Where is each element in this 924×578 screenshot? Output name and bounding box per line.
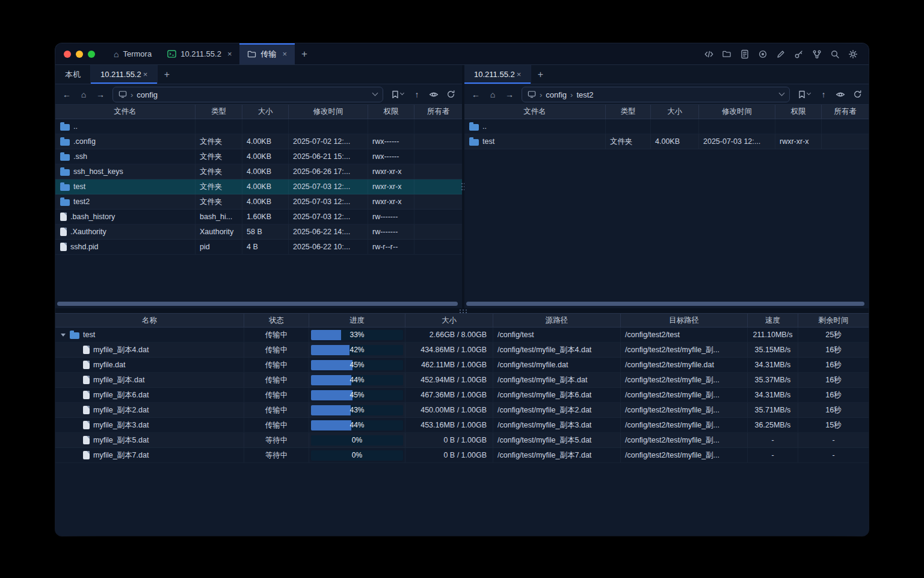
tab-label: 传输: [260, 49, 276, 60]
minimize-window-button[interactable]: [76, 51, 83, 58]
file-name: sshd.pid: [70, 243, 99, 251]
tab-transfer[interactable]: 传输 ×: [239, 43, 295, 64]
column-source-path[interactable]: 源路径: [493, 314, 621, 327]
tab-remote-host[interactable]: 10.211.55.2 ×: [91, 65, 158, 84]
home-button[interactable]: ⌂: [485, 87, 500, 102]
search-icon[interactable]: [828, 47, 842, 61]
forward-button[interactable]: →: [502, 87, 517, 102]
close-tab-icon[interactable]: ×: [282, 49, 287, 58]
back-button[interactable]: ←: [59, 87, 75, 102]
column-filename[interactable]: 文件名: [55, 105, 196, 119]
file-row[interactable]: ..: [464, 119, 869, 134]
column-owner[interactable]: 所有者: [414, 105, 462, 119]
scrollbar-thumb[interactable]: [466, 302, 864, 306]
log-icon[interactable]: [738, 47, 752, 61]
path-breadcrumb[interactable]: ›config: [112, 87, 383, 102]
column-owner[interactable]: 所有者: [822, 105, 869, 119]
zoom-window-button[interactable]: [88, 51, 95, 58]
edit-icon[interactable]: [774, 47, 788, 61]
column-size[interactable]: 大小: [242, 105, 289, 119]
transfer-row[interactable]: myfile_副本7.dat 等待中 0% 0 B / 1.00GB /conf…: [55, 448, 869, 463]
file-size: 1.60KB: [242, 210, 289, 224]
add-panel-tab-button[interactable]: +: [158, 65, 176, 84]
forward-button[interactable]: →: [93, 87, 108, 102]
close-tab-icon[interactable]: ×: [227, 49, 232, 58]
breadcrumb-segment[interactable]: test2: [576, 90, 593, 99]
column-permissions[interactable]: 权限: [368, 105, 414, 119]
column-eta[interactable]: 剩余时间: [798, 314, 869, 327]
file-row[interactable]: ssh_host_keys 文件夹 4.00KB 2025-06-26 17:.…: [55, 164, 462, 179]
transfer-row[interactable]: myfile_副本4.dat 传输中 42% 434.86MB / 1.00GB…: [55, 343, 869, 358]
code-icon[interactable]: [701, 47, 716, 61]
column-mtime[interactable]: 修改时间: [289, 105, 368, 119]
key-icon[interactable]: [792, 47, 806, 61]
breadcrumb-segment[interactable]: config: [137, 90, 158, 99]
transfer-size: 2.66GB / 8.00GB: [405, 328, 493, 342]
horizontal-scrollbar[interactable]: [466, 302, 864, 306]
file-row[interactable]: .Xauthority Xauthority 58 B 2025-06-22 1…: [55, 225, 462, 240]
transfer-row[interactable]: myfile_副本.dat 传输中 44% 452.94MB / 1.00GB …: [55, 373, 869, 388]
close-tab-icon[interactable]: ×: [517, 70, 522, 79]
close-tab-icon[interactable]: ×: [143, 70, 148, 79]
settings-icon[interactable]: [846, 47, 860, 61]
show-hidden-button[interactable]: [833, 87, 848, 102]
file-row[interactable]: .bash_history bash_hi... 1.60KB 2025-07-…: [55, 210, 462, 225]
column-name[interactable]: 名称: [55, 314, 244, 327]
home-button[interactable]: ⌂: [76, 87, 91, 102]
column-mtime[interactable]: 修改时间: [699, 105, 775, 119]
transfer-row[interactable]: myfile_副本5.dat 等待中 0% 0 B / 1.00GB /conf…: [55, 433, 869, 448]
scrollbar-thumb[interactable]: [57, 302, 458, 306]
breadcrumb-segment[interactable]: config: [546, 90, 567, 99]
horizontal-scrollbar[interactable]: [57, 302, 458, 306]
record-icon[interactable]: [756, 47, 770, 61]
column-speed[interactable]: 速度: [748, 314, 798, 327]
file-row[interactable]: .config 文件夹 4.00KB 2025-07-02 12:... rwx…: [55, 134, 462, 149]
new-tab-button[interactable]: +: [295, 43, 314, 64]
tab-local[interactable]: 本机: [55, 65, 91, 84]
back-button[interactable]: ←: [468, 87, 484, 102]
left-file-panel: 本机 10.211.55.2 × + ← ⌂ → ›config: [55, 65, 462, 308]
column-progress[interactable]: 进度: [309, 314, 405, 327]
chevron-down-icon[interactable]: [372, 90, 378, 96]
tab-remote-host[interactable]: 10.211.55.2 ×: [464, 65, 531, 84]
folder-icon[interactable]: [719, 47, 734, 61]
column-permissions[interactable]: 权限: [775, 105, 822, 119]
column-type[interactable]: 类型: [196, 105, 242, 119]
column-status[interactable]: 状态: [244, 314, 309, 327]
transfer-status: 传输中: [244, 343, 309, 357]
close-window-button[interactable]: [64, 51, 71, 58]
column-target-path[interactable]: 目标路径: [621, 314, 748, 327]
show-hidden-button[interactable]: [426, 87, 442, 102]
transfer-row[interactable]: myfile_副本6.dat 传输中 45% 467.36MB / 1.00GB…: [55, 388, 869, 403]
file-row[interactable]: .ssh 文件夹 4.00KB 2025-06-21 15:... rwx---…: [55, 149, 462, 164]
branch-icon[interactable]: [810, 47, 824, 61]
chevron-down-icon[interactable]: [60, 334, 66, 337]
tab-terminal-session[interactable]: 10.211.55.2 ×: [159, 43, 239, 64]
column-size[interactable]: 大小: [651, 105, 699, 119]
add-panel-tab-button[interactable]: +: [531, 65, 549, 84]
transfer-row[interactable]: myfile_副本3.dat 传输中 44% 453.16MB / 1.00GB…: [55, 418, 869, 433]
transfer-row[interactable]: myfile_副本2.dat 传输中 43% 450.00MB / 1.00GB…: [55, 403, 869, 418]
up-directory-button[interactable]: ↑: [409, 87, 425, 102]
horizontal-splitter[interactable]: [55, 308, 869, 313]
column-type[interactable]: 类型: [606, 105, 651, 119]
bookmark-button[interactable]: [794, 87, 815, 102]
file-row[interactable]: test2 文件夹 4.00KB 2025-07-03 12:... rwxr-…: [55, 194, 462, 210]
up-directory-button[interactable]: ↑: [816, 87, 831, 102]
breadcrumb-separator-icon: ›: [131, 90, 133, 99]
file-row[interactable]: test 文件夹 4.00KB 2025-07-03 12:... rwxr-x…: [464, 134, 869, 149]
column-filename[interactable]: 文件名: [464, 105, 606, 119]
transfer-row[interactable]: myfile.dat 传输中 45% 462.11MB / 1.00GB /co…: [55, 358, 869, 373]
transfer-row[interactable]: test 传输中 33% 2.66GB / 8.00GB /config/tes…: [55, 328, 869, 343]
chevron-down-icon[interactable]: [779, 90, 785, 96]
file-row[interactable]: ..: [55, 119, 462, 134]
file-row[interactable]: test 文件夹 4.00KB 2025-07-03 12:... rwxr-x…: [55, 179, 462, 194]
tab-termora[interactable]: ⌂ Termora: [106, 43, 159, 64]
bookmark-button[interactable]: [387, 87, 408, 102]
path-breadcrumb[interactable]: ›config›test2: [522, 87, 790, 102]
file-row[interactable]: sshd.pid pid 4 B 2025-06-22 10:... rw-r-…: [55, 240, 462, 255]
column-size[interactable]: 大小: [405, 314, 493, 327]
refresh-button[interactable]: [443, 87, 458, 102]
refresh-button[interactable]: [849, 87, 865, 102]
file-type: bash_hi...: [196, 210, 242, 224]
